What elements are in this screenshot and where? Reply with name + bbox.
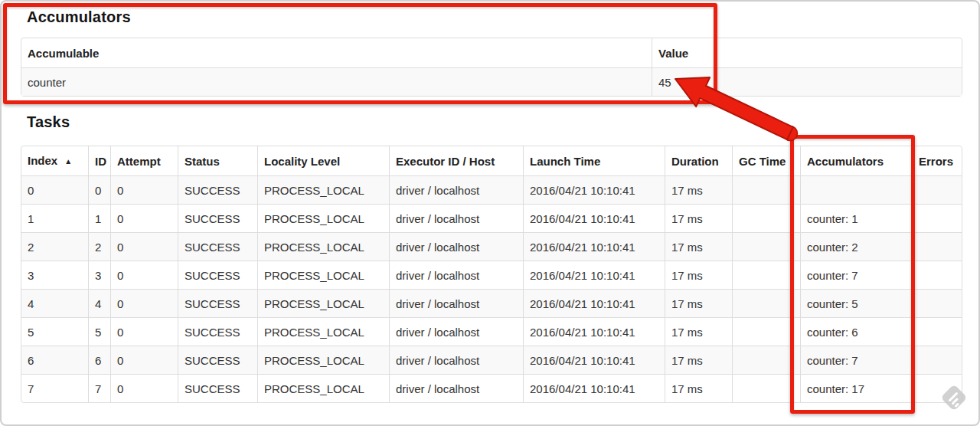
cell-accumulators: counter: 1 (800, 204, 912, 232)
cell-duration: 17 ms (665, 261, 732, 289)
cell-errors (912, 317, 962, 346)
table-row: 330SUCCESSPROCESS_LOCALdriver / localhos… (21, 261, 962, 289)
cell-id: 3 (88, 261, 110, 289)
cell-attempt: 0 (110, 232, 178, 261)
cell-accumulators: counter: 6 (800, 317, 912, 346)
cell-id: 1 (88, 204, 110, 232)
cell-accumulable: counter (21, 67, 652, 96)
table-row: 550SUCCESSPROCESS_LOCALdriver / localhos… (21, 317, 962, 346)
cell-executor-id-host: driver / localhost (389, 261, 523, 289)
cell-gc-time (732, 374, 800, 402)
cell-locality-level: PROCESS_LOCAL (257, 261, 389, 289)
cell-value: 45 (652, 67, 962, 96)
cell-locality-level: PROCESS_LOCAL (257, 289, 389, 317)
cell-index: 4 (21, 289, 88, 317)
tasks-table: Index▲IDAttemptStatusLocality LevelExecu… (21, 146, 962, 403)
cell-executor-id-host: driver / localhost (389, 204, 523, 232)
cell-executor-id-host: driver / localhost (389, 374, 523, 402)
cell-id: 4 (88, 289, 110, 317)
column-header-index[interactable]: Index▲ (21, 146, 88, 175)
column-header-gc-time[interactable]: GC Time (732, 146, 800, 175)
cell-id: 2 (88, 232, 110, 261)
cell-executor-id-host: driver / localhost (389, 317, 523, 346)
cell-launch-time: 2016/04/21 10:10:41 (523, 317, 665, 346)
cell-accumulators: counter: 7 (800, 346, 912, 374)
cell-locality-level: PROCESS_LOCAL (257, 317, 389, 346)
column-header-accumulable: Accumulable (21, 38, 652, 67)
cell-accumulators: counter: 2 (800, 232, 912, 261)
cell-index: 5 (21, 317, 88, 346)
column-header-value: Value (652, 38, 962, 67)
cell-id: 0 (88, 175, 110, 204)
cell-attempt: 0 (110, 346, 178, 374)
column-header-launch-time[interactable]: Launch Time (523, 146, 665, 175)
column-header-locality-level[interactable]: Locality Level (257, 146, 389, 175)
cell-gc-time (732, 317, 800, 346)
cell-attempt: 0 (110, 289, 178, 317)
table-row: 660SUCCESSPROCESS_LOCALdriver / localhos… (21, 346, 962, 374)
cell-executor-id-host: driver / localhost (389, 346, 523, 374)
cell-attempt: 0 (110, 261, 178, 289)
cell-index: 7 (21, 374, 88, 402)
cell-id: 5 (88, 317, 110, 346)
cell-executor-id-host: driver / localhost (389, 175, 523, 204)
cell-locality-level: PROCESS_LOCAL (257, 175, 389, 204)
cell-gc-time (732, 204, 800, 232)
table-row: 110SUCCESSPROCESS_LOCALdriver / localhos… (21, 204, 962, 232)
column-header-status[interactable]: Status (178, 146, 257, 175)
column-header-duration[interactable]: Duration (665, 146, 732, 175)
cell-launch-time: 2016/04/21 10:10:41 (523, 175, 665, 204)
cell-status: SUCCESS (178, 317, 257, 346)
cell-launch-time: 2016/04/21 10:10:41 (523, 261, 665, 289)
cell-index: 3 (21, 261, 88, 289)
header-row: Index▲IDAttemptStatusLocality LevelExecu… (21, 146, 962, 175)
table-row: 220SUCCESSPROCESS_LOCALdriver / localhos… (21, 232, 962, 261)
cell-gc-time (732, 289, 800, 317)
cell-status: SUCCESS (178, 374, 257, 402)
header-row: AccumulableValue (21, 38, 962, 67)
cell-index: 1 (21, 204, 88, 232)
cell-accumulators: counter: 7 (800, 261, 912, 289)
cell-accumulators: counter: 17 (800, 374, 912, 402)
tasks-section-title: Tasks (27, 113, 70, 131)
column-header-id[interactable]: ID (88, 146, 110, 175)
cell-launch-time: 2016/04/21 10:10:41 (523, 232, 665, 261)
column-header-attempt[interactable]: Attempt (110, 146, 178, 175)
table-row: counter45 (21, 67, 962, 96)
cell-errors (912, 175, 962, 204)
cell-executor-id-host: driver / localhost (389, 232, 523, 261)
cell-duration: 17 ms (665, 175, 732, 204)
cell-attempt: 0 (110, 204, 178, 232)
cell-errors (912, 261, 962, 289)
cell-accumulators (800, 175, 912, 204)
cell-status: SUCCESS (178, 289, 257, 317)
accumulators-section-title: Accumulators (27, 8, 131, 26)
column-header-accumulators[interactable]: Accumulators (800, 146, 912, 175)
cell-duration: 17 ms (665, 232, 732, 261)
accumulators-table: AccumulableValuecounter45 (21, 38, 962, 97)
table-row: 770SUCCESSPROCESS_LOCALdriver / localhos… (21, 374, 962, 402)
cell-index: 0 (21, 175, 88, 204)
column-header-errors[interactable]: Errors (912, 146, 962, 175)
cell-gc-time (732, 261, 800, 289)
cell-locality-level: PROCESS_LOCAL (257, 346, 389, 374)
cell-status: SUCCESS (178, 232, 257, 261)
cell-duration: 17 ms (665, 374, 732, 402)
cell-errors (912, 289, 962, 317)
sort-ascending-icon: ▲ (64, 157, 72, 165)
spark-ui-stage-page: Accumulators AccumulableValuecounter45 T… (0, 0, 980, 426)
table-row: 440SUCCESSPROCESS_LOCALdriver / localhos… (21, 289, 962, 317)
cell-locality-level: PROCESS_LOCAL (257, 204, 389, 232)
cell-gc-time (732, 346, 800, 374)
cell-launch-time: 2016/04/21 10:10:41 (523, 289, 665, 317)
column-header-executor-id-host[interactable]: Executor ID / Host (389, 146, 523, 175)
feedly-icon[interactable] (939, 383, 969, 412)
cell-accumulators: counter: 5 (800, 289, 912, 317)
cell-gc-time (732, 232, 800, 261)
cell-launch-time: 2016/04/21 10:10:41 (523, 204, 665, 232)
cell-duration: 17 ms (665, 204, 732, 232)
cell-errors (912, 346, 962, 374)
cell-status: SUCCESS (178, 261, 257, 289)
cell-duration: 17 ms (665, 346, 732, 374)
cell-launch-time: 2016/04/21 10:10:41 (523, 346, 665, 374)
